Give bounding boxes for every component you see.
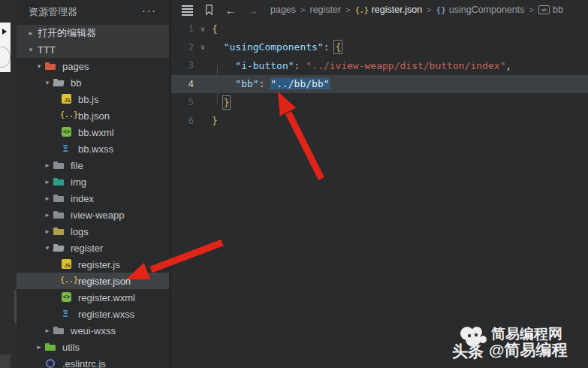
tree-item-img[interactable]: img xyxy=(17,173,169,190)
token-ws xyxy=(212,60,235,71)
tree-item-index[interactable]: index xyxy=(17,190,169,207)
folder-icon xyxy=(53,324,66,336)
tree-item-weui-wxss[interactable]: weui-wxss xyxy=(17,322,169,339)
tree-item-bb-wxml[interactable]: bb.wxml xyxy=(17,124,169,140)
tree-item-register[interactable]: register xyxy=(17,240,169,256)
tree-item-register-js[interactable]: register.js xyxy=(17,256,169,273)
tree-item-logs[interactable]: logs xyxy=(17,223,169,240)
code-line-5[interactable]: 5 } xyxy=(171,93,588,112)
line-number: 5 xyxy=(171,97,194,107)
tree-item-register-wxml[interactable]: register.wxml xyxy=(17,289,169,306)
code-text: "bb": "../bb/bb" xyxy=(212,78,330,89)
tree-item-label: register.wxml xyxy=(78,292,135,303)
chevron-right-icon xyxy=(34,344,44,351)
bookmark-icon[interactable] xyxy=(204,4,215,16)
tree-item-bb-wxss[interactable]: bb.wxss xyxy=(17,140,169,157)
token-ws xyxy=(212,78,235,89)
fold-chevron-icon[interactable] xyxy=(194,25,212,33)
token-key: "usingComponents" xyxy=(224,41,324,53)
chevron-right-icon xyxy=(42,195,53,202)
code-text: "i-button": "../iview-weapp/dist/button/… xyxy=(212,60,511,71)
code-line-4[interactable]: 4 "bb": "../bb/bb" xyxy=(171,75,588,94)
tree-item-label: .eslintrc.js xyxy=(62,358,106,368)
more-actions-button[interactable]: ··· xyxy=(142,0,157,21)
tree-item-eslintrc-js[interactable]: .eslintrc.js xyxy=(17,355,169,368)
js-icon xyxy=(60,258,74,270)
breadcrumb-item-usingcomponents[interactable]: {}usingComponents xyxy=(436,5,525,15)
tree-item-bb[interactable]: bb xyxy=(17,74,169,91)
code-editor[interactable]: 1{2 "usingComponents": {3 "i-button": ".… xyxy=(171,20,588,368)
breadcrumb-separator: > xyxy=(300,5,305,14)
token-brace: { xyxy=(335,41,341,53)
code-line-6[interactable]: 6} xyxy=(171,112,588,131)
tree-item-label: img xyxy=(71,176,86,188)
breadcrumb-label: register.json xyxy=(372,5,422,15)
chevron-right-icon xyxy=(42,162,53,169)
code-line-2[interactable]: 2 "usingComponents": { xyxy=(171,38,588,57)
chevron-right-icon xyxy=(42,228,53,235)
chevron-down-icon xyxy=(42,245,53,252)
tree-section-label: 打开的编辑器 xyxy=(38,26,96,40)
tree-item-label: bb xyxy=(71,77,81,89)
line-number: 4 xyxy=(171,79,194,89)
breadcrumb-item-pages[interactable]: pages xyxy=(270,5,296,15)
code-line-1[interactable]: 1{ xyxy=(171,20,588,38)
code-text: } xyxy=(212,115,218,126)
tree-section-ttt[interactable]: TTT xyxy=(17,41,169,58)
tree-item-label: register.js xyxy=(78,259,120,270)
chevron-right-icon xyxy=(42,179,53,186)
breadcrumb-item-bb[interactable]: abbb xyxy=(538,5,563,15)
token-key: "i-button" xyxy=(235,60,294,71)
tree-item-utils[interactable]: utils xyxy=(17,339,169,355)
token-key: "bb" xyxy=(235,78,258,89)
json-icon xyxy=(60,110,74,122)
breadcrumb-separator: > xyxy=(345,5,350,14)
line-number: 1 xyxy=(171,23,194,34)
wxml-icon xyxy=(60,291,74,303)
breadcrumb-label: usingComponents xyxy=(449,5,525,15)
forward-arrow-icon[interactable]: → xyxy=(247,4,258,17)
play-triangle-icon xyxy=(2,29,7,35)
folder-open-icon xyxy=(53,242,66,254)
folder-img-icon xyxy=(53,176,66,188)
chevron-right-icon xyxy=(42,327,53,334)
tree-item-label: register.wxss xyxy=(78,309,134,320)
breadcrumb-item-register[interactable]: register xyxy=(310,5,342,15)
chevron-right-icon xyxy=(26,30,36,37)
tree-item-file[interactable]: file xyxy=(17,157,169,173)
token-pun: : xyxy=(294,60,306,71)
wxml-icon xyxy=(60,126,74,138)
tree-item-register-wxss[interactable]: register.wxss xyxy=(17,306,169,322)
explorer-header: 资源管理器 ··· xyxy=(17,0,169,23)
back-arrow-icon[interactable]: ← xyxy=(225,4,237,17)
tree-item-label: register xyxy=(71,243,103,254)
js-icon xyxy=(60,93,74,105)
folder-icon xyxy=(53,159,66,171)
wxss-icon xyxy=(60,143,74,155)
token-str: "../iview-weapp/dist/button/index" xyxy=(306,60,505,71)
folder-open-icon xyxy=(53,77,66,89)
breadcrumb-item-register-json[interactable]: {.}register.json xyxy=(355,5,422,15)
tree-item-bb-json[interactable]: bb.json xyxy=(17,107,169,124)
code-line-3[interactable]: 3 "i-button": "../iview-weapp/dist/butto… xyxy=(171,56,588,75)
tree-item-pages[interactable]: pages xyxy=(17,58,169,74)
line-number: 6 xyxy=(171,116,194,126)
tree-item-bb-js[interactable]: bb.js xyxy=(17,91,169,107)
fold-chevron-icon[interactable] xyxy=(194,43,212,51)
background-circle-shape xyxy=(0,47,11,68)
tree-item-register-json[interactable]: register.json xyxy=(17,273,169,289)
watermark-text-platform: 头条 xyxy=(452,341,484,362)
chevron-right-icon xyxy=(42,212,53,219)
watermark-text-account: @简易编程 xyxy=(489,339,567,360)
code-text: { xyxy=(212,23,218,35)
folder-pages-icon xyxy=(44,60,58,72)
tree-section-打开的编辑器[interactable]: 打开的编辑器 xyxy=(17,25,169,41)
breadcrumb-label: bb xyxy=(553,5,563,15)
editor-pane: ← → pages>register>{.}register.json>{}us… xyxy=(169,0,588,368)
token-str: "../bb/bb" xyxy=(270,78,329,89)
tree-item-iview-weapp[interactable]: iview-weapp xyxy=(17,207,169,223)
tree-item-label: logs xyxy=(71,226,89,237)
folder-icon xyxy=(53,209,66,221)
chevron-down-icon xyxy=(42,80,53,86)
breadcrumb: pages>register>{.}register.json>{}usingC… xyxy=(270,5,563,15)
